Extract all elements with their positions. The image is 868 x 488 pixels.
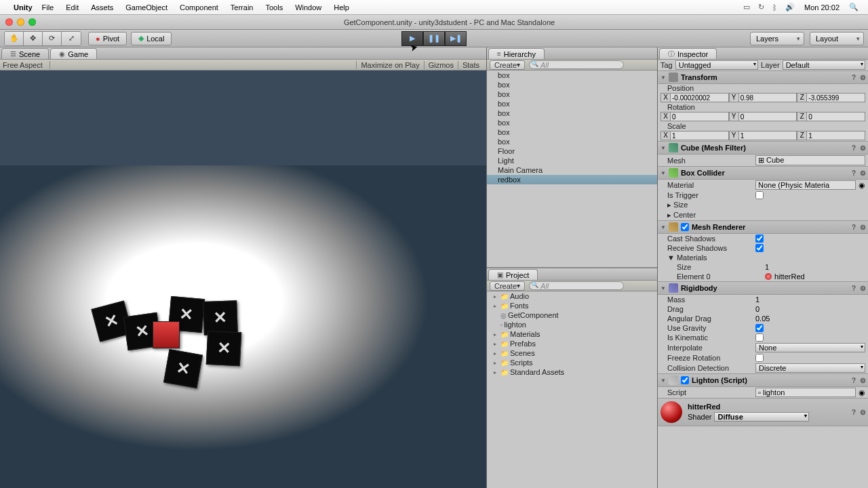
help-icon[interactable]: ? [852, 169, 856, 177]
project-folder[interactable]: ▸📁 Scripts [487, 358, 657, 367]
help-icon[interactable]: ? [852, 144, 856, 152]
layout-dropdown[interactable]: Layout [810, 32, 864, 45]
project-asset[interactable]: ▫ lighton [487, 320, 657, 329]
help-icon[interactable]: ? [852, 377, 856, 384]
bluetooth-icon[interactable]: ᛒ [772, 3, 777, 12]
colldet-dropdown[interactable]: Discrete [755, 363, 865, 373]
menu-file[interactable]: File [42, 3, 54, 12]
matsize-value[interactable]: 1 [765, 263, 769, 271]
script-value[interactable]: ▫ lighton [755, 388, 856, 397]
project-list[interactable]: ▸📁 Audio▸📁 Fonts◎ GetComponent▫ lighton▸… [487, 291, 657, 488]
renderer-enable-checkbox[interactable] [681, 223, 689, 231]
menu-edit[interactable]: Edit [66, 3, 79, 12]
volume-icon[interactable]: 🔊 [785, 3, 795, 12]
position-y[interactable] [738, 93, 797, 102]
layers-dropdown[interactable]: Layers [750, 32, 804, 45]
project-folder[interactable]: ▸📁 Prefabs [487, 339, 657, 348]
clock[interactable]: Mon 20:02 [804, 3, 840, 12]
hierarchy-item[interactable]: redbox [487, 175, 657, 184]
gear-icon[interactable]: ⚙ [860, 224, 866, 231]
script-header[interactable]: ▼Lighton (Script)?⚙ [658, 373, 868, 387]
rotation-y[interactable] [738, 112, 797, 121]
renderer-header[interactable]: ▼Mesh Renderer?⚙ [658, 220, 868, 234]
interp-dropdown[interactable]: None [755, 343, 865, 352]
help-icon[interactable]: ? [852, 74, 856, 81]
help-icon[interactable]: ? [852, 224, 856, 231]
tab-scene[interactable]: ☰Scene [1, 48, 49, 59]
scale-x[interactable] [670, 131, 729, 140]
menu-assets[interactable]: Assets [91, 3, 113, 12]
hierarchy-search[interactable]: All [529, 60, 624, 69]
app-name[interactable]: Unity [14, 3, 33, 12]
pause-button[interactable]: ❚❚ [423, 31, 445, 46]
object-picker-icon[interactable]: ◉ [859, 181, 865, 190]
hand-tool[interactable]: ✋ [5, 32, 24, 45]
gravity-checkbox[interactable] [755, 324, 764, 332]
trigger-checkbox[interactable] [755, 191, 764, 199]
scale-tool[interactable]: ⤢ [62, 32, 81, 45]
collider-size-label[interactable]: ▸ Size [667, 201, 755, 209]
hierarchy-item[interactable]: box [487, 70, 657, 80]
gear-icon[interactable]: ⚙ [860, 409, 866, 416]
hierarchy-item[interactable]: box [487, 137, 657, 146]
maximize-toggle[interactable]: Maximize on Play [356, 61, 423, 69]
move-tool[interactable]: ✥ [24, 32, 43, 45]
tag-dropdown[interactable]: Untagged [675, 60, 758, 70]
gizmos-toggle[interactable]: Gizmos [424, 61, 458, 69]
scale-z[interactable] [806, 131, 865, 140]
freeze-checkbox[interactable] [755, 354, 764, 362]
local-toggle[interactable]: ◆Local [131, 32, 172, 45]
rigidbody-header[interactable]: ▼Rigidbody?⚙ [658, 281, 868, 295]
project-folder[interactable]: ▸📁 Fonts [487, 301, 657, 310]
angdrag-value[interactable]: 0.05 [755, 314, 770, 323]
menu-gameobject[interactable]: GameObject [125, 3, 167, 12]
mass-value[interactable]: 1 [755, 296, 760, 304]
materials-label[interactable]: ▼ Materials [667, 253, 755, 262]
display-icon[interactable]: ▭ [743, 3, 750, 12]
kinematic-checkbox[interactable] [755, 333, 764, 342]
hierarchy-list[interactable]: boxboxboxboxboxboxboxboxFloorLightMain C… [487, 70, 657, 267]
menu-window[interactable]: Window [295, 3, 321, 12]
project-search[interactable]: All [529, 281, 624, 290]
gear-icon[interactable]: ⚙ [860, 74, 866, 81]
collider-header[interactable]: ▼Box Collider?⚙ [658, 166, 868, 180]
hierarchy-item[interactable]: box [487, 80, 657, 89]
hierarchy-item[interactable]: box [487, 108, 657, 118]
stats-toggle[interactable]: Stats [458, 61, 484, 69]
menu-help[interactable]: Help [334, 3, 349, 12]
project-asset[interactable]: ◎ GetComponent [487, 310, 657, 320]
tab-game[interactable]: ◉Game [50, 48, 97, 59]
menu-terrain[interactable]: Terrain [231, 3, 254, 12]
rotation-z[interactable] [806, 112, 865, 121]
cast-checkbox[interactable] [755, 235, 764, 243]
mesh-value[interactable]: ⊞ Cube [755, 155, 865, 165]
aspect-dropdown[interactable]: Free Aspect [3, 61, 50, 69]
step-button[interactable]: ▶❚ [445, 31, 467, 46]
hierarchy-item[interactable]: Light [487, 156, 657, 165]
position-z[interactable] [806, 93, 865, 102]
hierarchy-item[interactable]: box [487, 89, 657, 99]
menu-tools[interactable]: Tools [265, 3, 283, 12]
spotlight-icon[interactable]: 🔍 [849, 3, 859, 12]
help-icon[interactable]: ? [852, 409, 856, 416]
tab-project[interactable]: ▣Project [488, 269, 538, 280]
tab-inspector[interactable]: ⓘInspector [659, 48, 717, 59]
scale-y[interactable] [738, 131, 797, 140]
layer-dropdown[interactable]: Default [783, 60, 865, 70]
project-folder[interactable]: ▸📁 Materials [487, 329, 657, 339]
drag-value[interactable]: 0 [755, 305, 760, 313]
project-folder[interactable]: ▸📁 Scenes [487, 348, 657, 358]
project-folder[interactable]: ▸📁 Standard Assets [487, 367, 657, 377]
shader-dropdown[interactable]: Diffuse [714, 412, 809, 422]
gear-icon[interactable]: ⚙ [860, 377, 866, 384]
script-enable-checkbox[interactable] [681, 376, 689, 384]
object-picker-icon[interactable]: ◉ [859, 388, 865, 397]
receive-checkbox[interactable] [755, 244, 764, 252]
hierarchy-item[interactable]: box [487, 118, 657, 127]
hierarchy-item[interactable]: box [487, 127, 657, 137]
rotate-tool[interactable]: ⟳ [43, 32, 62, 45]
timemachine-icon[interactable]: ↻ [758, 3, 764, 12]
close-window-button[interactable] [5, 18, 13, 26]
hierarchy-item[interactable]: Main Camera [487, 165, 657, 175]
gear-icon[interactable]: ⚙ [860, 144, 866, 152]
